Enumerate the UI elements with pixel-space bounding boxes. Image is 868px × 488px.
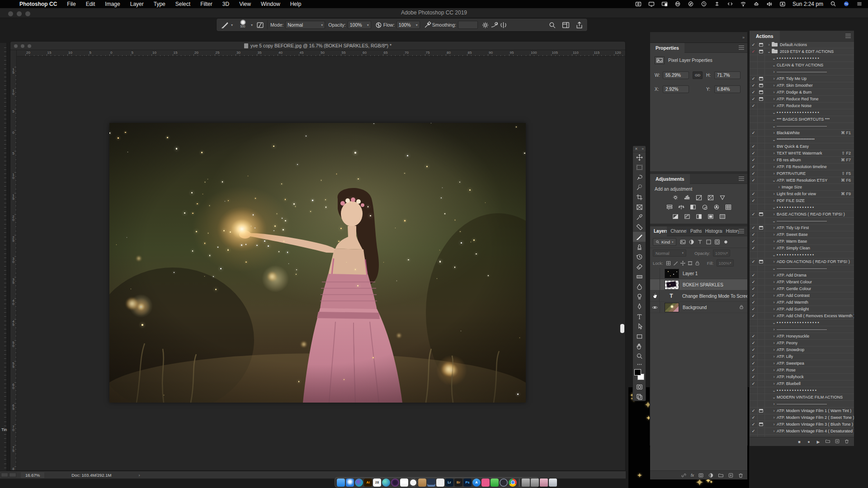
adjustments-menu-icon[interactable] <box>739 177 744 181</box>
action-expand-icon[interactable]: › <box>771 341 777 345</box>
action-toggle[interactable]: ✓ <box>750 300 757 305</box>
action-expand-icon[interactable]: › <box>771 90 777 94</box>
pressure-size-icon[interactable] <box>490 20 499 29</box>
history-brush-tool[interactable] <box>633 252 646 262</box>
adjustment-layer-icon[interactable] <box>708 473 714 478</box>
action-expand-icon[interactable]: › <box>771 314 777 318</box>
action-row[interactable]: ✓›ATP. Lilly <box>750 353 854 360</box>
action-toggle[interactable]: ✓ <box>750 76 757 81</box>
action-expand-icon[interactable]: › <box>771 368 777 372</box>
action-modal-toggle[interactable] <box>757 84 764 87</box>
action-expand-icon[interactable]: ⌄ <box>771 388 777 393</box>
action-expand-icon[interactable]: › <box>771 144 777 149</box>
zoom-tool[interactable] <box>633 351 646 361</box>
action-toggle[interactable]: ✓ <box>750 239 757 244</box>
action-toggle[interactable]: ✓ <box>750 415 757 420</box>
dock-item-window-3[interactable] <box>540 479 548 487</box>
record-action-icon[interactable]: ● <box>806 440 811 444</box>
rectangle-tool[interactable] <box>633 331 646 341</box>
sidecar-icon[interactable] <box>661 1 668 7</box>
action-expand-icon[interactable]: › <box>771 246 777 250</box>
action-expand-icon[interactable]: ⌄ <box>771 320 777 325</box>
x-field[interactable]: 2.92% <box>663 85 689 93</box>
dock-item-green-app[interactable] <box>491 479 499 487</box>
action-row[interactable]: ›------------------------------------- <box>750 326 854 333</box>
action-row[interactable]: ✓›ATP. Peony <box>750 340 854 347</box>
tools-close-icon[interactable]: ✕ <box>635 147 638 151</box>
action-row[interactable]: ✓›ATP. Tidy Me Up <box>750 75 854 82</box>
pen-tool[interactable] <box>633 301 646 311</box>
action-toggle[interactable]: ✓ <box>750 49 757 54</box>
filter-smart-object-icon[interactable] <box>714 239 720 245</box>
brightness-contrast-icon[interactable] <box>671 194 679 201</box>
menu-item-select[interactable]: Select <box>170 1 195 7</box>
input-source-icon[interactable] <box>779 1 786 7</box>
action-expand-icon[interactable]: › <box>771 239 777 244</box>
action-row[interactable]: ✓›ATP. Add Drama <box>750 272 854 279</box>
menu-item-type[interactable]: Type <box>149 1 170 7</box>
quick-selection-tool[interactable] <box>633 182 646 192</box>
tab-paths[interactable]: Paths <box>687 226 702 236</box>
action-expand-icon[interactable]: › <box>771 334 777 338</box>
antenna-icon[interactable] <box>714 1 721 7</box>
new-action-set-icon[interactable] <box>825 439 830 445</box>
properties-menu-icon[interactable] <box>739 46 744 50</box>
dock-item-notes[interactable] <box>400 479 408 487</box>
action-row[interactable]: ✓›ATP. Add Sunlight <box>750 306 854 313</box>
filter-adjustment-icon[interactable] <box>689 239 694 245</box>
canvas-image[interactable] <box>109 123 526 403</box>
preset-chevron-icon[interactable]: ▾ <box>229 21 235 29</box>
y-field[interactable]: 6.84% <box>714 85 741 93</box>
delete-layer-icon[interactable] <box>738 473 744 478</box>
action-row[interactable]: ✓›ATP. Add Chill ( Removes Excess Warmth… <box>750 313 854 319</box>
action-expand-icon[interactable]: › <box>771 354 777 359</box>
dock-item-time-machine[interactable] <box>500 479 508 487</box>
action-row[interactable]: ✓›ATP. Bluebell <box>750 380 854 387</box>
action-toggle[interactable]: ✓ <box>750 381 757 386</box>
dodge-tool[interactable] <box>633 291 646 301</box>
action-expand-icon[interactable]: › <box>771 83 777 88</box>
action-expand-icon[interactable]: › <box>771 97 777 101</box>
lock-transparency-icon[interactable] <box>666 261 671 266</box>
new-action-icon[interactable] <box>835 439 840 445</box>
layer-visibility-toggle[interactable] <box>650 279 660 290</box>
action-expand-icon[interactable]: › <box>771 408 777 413</box>
action-expand-icon[interactable]: › <box>771 402 777 406</box>
action-expand-icon[interactable]: › <box>771 280 777 284</box>
menu-item-view[interactable]: View <box>234 1 256 7</box>
action-expand-icon[interactable]: › <box>771 422 777 427</box>
dock-item-trash[interactable] <box>549 479 557 487</box>
dock-item-mail-dark[interactable] <box>427 479 435 487</box>
layer-group-icon[interactable] <box>718 473 724 478</box>
action-row[interactable]: ✓›ATP. FB Resolution timeline <box>750 164 854 170</box>
action-row[interactable]: ✓›ATP. Simply Clean <box>750 245 854 252</box>
marquee-tool[interactable] <box>633 162 646 172</box>
search-icon[interactable] <box>547 20 557 29</box>
action-toggle[interactable]: ✓ <box>750 164 757 169</box>
action-toggle[interactable]: ✓ <box>750 375 757 379</box>
layer-row[interactable]: Layer 1 <box>650 268 747 279</box>
action-toggle[interactable]: ✓ <box>750 354 757 359</box>
tab-channels[interactable]: Channels <box>667 226 687 236</box>
blend-mode-select[interactable]: Normal▾ <box>285 21 325 29</box>
gradient-map-icon[interactable] <box>718 213 726 220</box>
lock-pixels-icon[interactable] <box>673 261 678 266</box>
layer-visibility-toggle[interactable] <box>650 268 660 279</box>
action-row[interactable]: ✓›ATP. Add Contrast <box>750 292 854 299</box>
dock-item-bridge[interactable]: Br <box>454 479 462 487</box>
dock-item-illustrator[interactable]: Ai <box>364 479 372 487</box>
curves-icon[interactable] <box>694 194 703 201</box>
action-row[interactable]: ✓›PDF FILE SIZE <box>750 197 854 204</box>
action-toggle[interactable]: ✓ <box>750 151 757 155</box>
action-toggle[interactable]: ✓ <box>750 246 757 250</box>
dock-item-siri[interactable] <box>355 479 363 487</box>
path-selection-tool[interactable] <box>633 321 646 331</box>
action-row[interactable]: ✓›ATP. Rose <box>750 367 854 374</box>
menu-item-help[interactable]: Help <box>285 1 307 7</box>
action-row[interactable]: ›Image Size <box>750 184 854 191</box>
levels-icon[interactable] <box>683 194 691 201</box>
screen-mode-icon[interactable] <box>633 392 646 402</box>
lock-all-icon[interactable] <box>695 261 700 266</box>
lock-position-icon[interactable] <box>680 261 685 266</box>
layer-visibility-toggle[interactable] <box>650 302 660 313</box>
